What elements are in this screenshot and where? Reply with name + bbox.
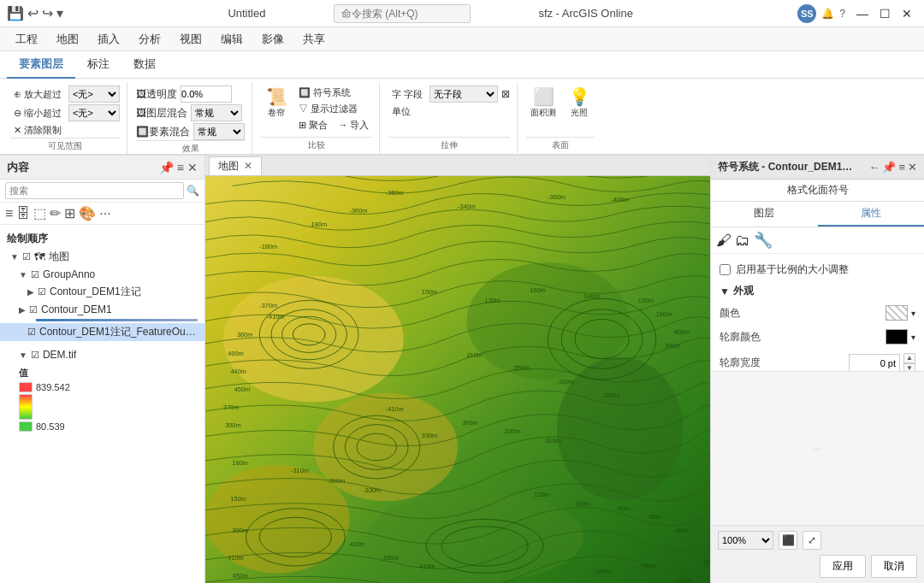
save-icon[interactable]: 💾 [7,5,24,21]
color-swatch[interactable] [886,305,908,321]
sidebar-pin-icon[interactable]: 📌 [159,161,174,174]
layers-icon[interactable]: 🗂 [735,232,750,250]
menu-item-share[interactable]: 共享 [294,28,334,50]
sidebar-menu-icon[interactable]: ≡ [177,161,184,174]
layer-item-contour-anno[interactable]: ▶ ☑ Contour_DEM1注记 [0,283,204,301]
cancel-button[interactable]: 取消 [871,555,917,578]
map-tab-close[interactable]: ✕ [244,160,252,172]
panel-close-icon[interactable]: ✕ [908,161,917,174]
show-filter-btn[interactable]: ▽ 显示过滤器 [295,102,361,116]
sidebar-search-bar: 🔍 [0,180,204,203]
menu-item-edit[interactable]: 编辑 [212,28,252,50]
tab-feature-layer[interactable]: 要素图层 [7,51,75,79]
svg-text:130m: 130m [638,297,654,304]
field-select[interactable]: 无子段 [429,85,498,103]
arrow-icon: ▶ [19,305,26,315]
undo-icon[interactable]: ↩ [27,5,38,21]
database-icon[interactable]: 🗄 [16,206,30,221]
tab-data[interactable]: 数据 [121,51,168,79]
field-btn[interactable]: 字 字段 [388,87,426,102]
outline-width-spinner[interactable]: ▲ ▼ [903,353,915,371]
menu-item-insert[interactable]: 插入 [89,28,128,50]
zoom-select[interactable]: 100% [718,531,773,550]
color-dropdown-icon[interactable]: ▾ [911,309,915,318]
command-search-input[interactable] [334,4,471,23]
map-tab-bar: 地图 ✕ [205,156,710,176]
layer-item-groupanno[interactable]: ▼ ☑ GroupAnno [0,266,204,283]
tab-annotation[interactable]: 标注 [75,51,121,79]
layer-add-icon[interactable]: ⊞ [64,205,75,221]
zoom-in-btn[interactable]: ⊕ 放大超过 [10,87,65,102]
panel-menu-icon[interactable]: ≡ [898,161,905,174]
outline-color-swatch[interactable] [886,329,908,344]
symbol-tab-layer[interactable]: 图层 [711,202,818,227]
user-avatar[interactable]: SS [797,4,816,23]
svg-text:440m: 440m [231,368,246,375]
panel-pin-icon[interactable]: 📌 [882,161,896,174]
menu-item-project[interactable]: 工程 [7,28,46,50]
layer-blend-select[interactable]: 常规 [191,104,242,121]
menu-item-analysis[interactable]: 分析 [130,28,169,50]
outline-width-input[interactable] [849,354,900,371]
layer-name-groupanno: GroupAnno [43,268,95,280]
aggregate-btn[interactable]: ⊞ 聚合 [295,118,331,132]
symbol-tab-properties[interactable]: 属性 [818,202,925,227]
redo-icon[interactable]: ↪ [42,5,53,21]
maximize-button[interactable]: ☐ [874,3,895,24]
section-title: 外观 [733,284,754,298]
transparency-input[interactable] [181,85,232,103]
zoom-in-select[interactable]: <无> [68,85,120,103]
zoom-fit-btn[interactable]: ⬛ [779,531,797,550]
list-view-icon[interactable]: ≡ [5,206,13,221]
zoom-out-select[interactable]: <无> [68,104,120,121]
back-icon[interactable]: ← [868,161,880,174]
feature-blend-select[interactable]: 常规 [193,123,245,140]
outline-color-dropdown-icon[interactable]: ▾ [911,333,915,342]
appearance-section[interactable]: ▼ 外观 [720,284,915,298]
close-button[interactable]: ✕ [897,3,917,24]
symbol-toolbar: 🖌 🗂 🔧 [711,227,924,254]
filter-icon[interactable]: ⬚ [33,205,46,221]
map-container[interactable]: 地图 ✕ [205,156,710,583]
filter-btn[interactable]: 🔲 符号系统 [295,85,354,100]
svg-text:410m: 410m [228,554,243,562]
swipe-btn[interactable]: 📜卷帘 [261,85,292,121]
map-canvas[interactable]: 360m 400m 440m 450m 370m 300m 180m 150m … [205,176,710,583]
zoom-reset-btn[interactable]: ⤢ [803,531,821,550]
edit-icon[interactable]: ✏ [50,205,61,221]
arrow-icon: ▼ [19,350,27,360]
clear-limit-btn[interactable]: ✕ 清除限制 [10,123,65,138]
sidebar-close-icon[interactable]: ✕ [187,161,198,174]
menu-item-view[interactable]: 视图 [171,28,210,50]
minimize-button[interactable]: — [852,3,873,24]
layer-item-dem[interactable]: ▼ ☑ DEM.tif [0,346,204,363]
symbol-panel-title: 符号系统 - Contour_DEM1注... [718,160,855,174]
svg-text:-60m: -60m [647,513,661,521]
style-icon[interactable]: 🎨 [79,205,96,221]
layer-item-contour[interactable]: ▶ ☑ Contour_DEM1 [0,301,204,318]
menu-item-map[interactable]: 地图 [48,28,87,50]
bell-icon[interactable]: 🔔 [821,8,834,20]
layer-item-map[interactable]: ▼ ☑ 🗺 地图 [0,248,204,266]
menu-item-imagery[interactable]: 影像 [253,28,293,50]
legend-item-low: 80.539 [19,421,198,432]
import-btn[interactable]: → 导入 [335,118,372,132]
layer-search-input[interactable] [5,182,184,199]
wrench-icon[interactable]: 🔧 [754,231,773,250]
map-tab[interactable]: 地图 ✕ [209,156,262,175]
search-icon[interactable]: 🔍 [187,185,199,197]
svg-text:-150m: -150m [701,558,710,566]
apply-button[interactable]: 应用 [820,555,866,578]
paint-icon[interactable]: 🖌 [716,232,732,250]
layer-item-contour-outline[interactable]: ☑ Contour_DEM1注记_FeatureOutlin1 [0,323,204,341]
scale-checkbox[interactable] [720,264,731,275]
zoom-out-btn[interactable]: ⊖ 缩小超过 [10,106,65,121]
unit-btn[interactable]: 单位 [388,104,414,119]
area-btn[interactable]: ⬜面积测 [526,85,560,121]
dropdown-icon[interactable]: ▾ [56,5,63,21]
help-icon[interactable]: ? [839,8,845,20]
field-extra-btn[interactable]: ⊠ [501,88,510,100]
lighting-btn[interactable]: 💡光照 [564,85,595,121]
more-icon[interactable]: ··· [99,206,110,221]
layer-name-map: 地图 [49,250,69,264]
